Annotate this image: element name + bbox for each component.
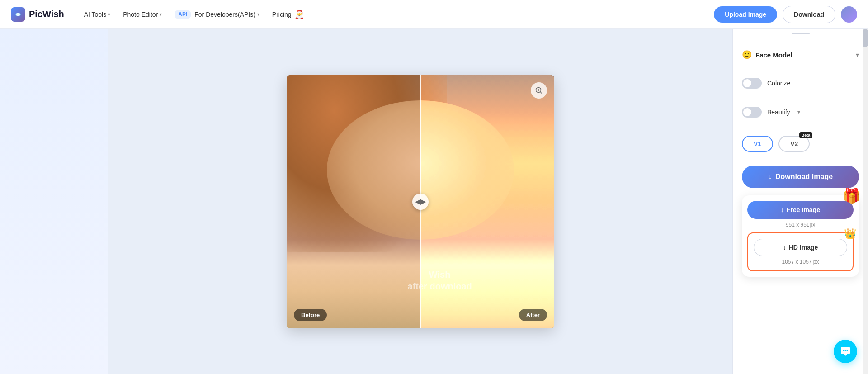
colorize-section: Colorize xyxy=(742,73,859,93)
main-nav: AI Tools ▾ Photo Editor ▾ API For Develo… xyxy=(79,7,310,22)
download-icon: ↓ xyxy=(781,206,784,213)
face-model-label: Face Model xyxy=(755,51,852,59)
nav-item-photo-editor[interactable]: Photo Editor ▾ xyxy=(118,8,167,21)
canvas-area: ◀▶ Before After Wish after download xyxy=(108,29,732,374)
toggle-knob xyxy=(743,79,751,87)
svg-point-6 xyxy=(845,350,846,351)
zoom-button[interactable] xyxy=(531,82,547,99)
chevron-down-icon: ▾ xyxy=(108,12,110,17)
nav-item-developers[interactable]: API For Developers(APIs) ▾ xyxy=(169,8,265,21)
image-comparison: ◀▶ Before After Wish after download xyxy=(287,75,554,328)
logo-icon xyxy=(11,7,25,22)
colorize-row: Colorize xyxy=(742,73,859,93)
crown-icon: 👑 xyxy=(844,228,856,240)
hd-image-button[interactable]: ↓ HD Image xyxy=(754,239,847,256)
chevron-down-icon: ▾ xyxy=(160,12,162,17)
face-model-row[interactable]: 🙂 Face Model ▾ xyxy=(742,45,859,64)
scrollbar-thumb[interactable] xyxy=(863,29,868,47)
avatar[interactable] xyxy=(841,6,857,23)
zoom-icon xyxy=(535,86,543,95)
hd-image-label: HD Image xyxy=(789,244,818,251)
main-layout: ◀▶ Before After Wish after download xyxy=(0,29,868,374)
chevron-down-icon: ▾ xyxy=(856,51,859,58)
logo[interactable]: PicWish xyxy=(11,7,64,22)
download-button[interactable]: Download xyxy=(783,6,835,23)
colorize-label: Colorize xyxy=(767,80,790,87)
download-icon: ↓ xyxy=(783,244,786,251)
xmas-icon: 🎅 xyxy=(294,9,304,19)
svg-point-5 xyxy=(843,350,844,351)
face-model-section: 🙂 Face Model ▾ xyxy=(742,45,859,64)
svg-line-2 xyxy=(541,92,542,94)
header-right: Upload Image Download xyxy=(714,6,857,23)
divider-handle[interactable]: ◀▶ xyxy=(412,194,429,210)
hd-image-size: 1057 x 1057 px xyxy=(754,259,847,265)
beautify-label: Beautify xyxy=(767,109,790,116)
toggle-knob xyxy=(743,108,751,116)
hd-image-box: 👑 ↓ HD Image 1057 x 1057 px xyxy=(747,232,854,271)
download-options: ↓ Free Image 951 x 951px 👑 ↓ HD Image 10… xyxy=(742,195,859,277)
beautify-toggle[interactable] xyxy=(742,107,762,118)
v1-button[interactable]: V1 xyxy=(742,136,773,152)
beta-badge: Beta xyxy=(799,132,813,138)
before-label: Before xyxy=(294,309,327,321)
version-section: V1 V2 Beta xyxy=(742,131,859,156)
nav-item-pricing[interactable]: Pricing 🎅 xyxy=(267,7,310,22)
chevron-down-icon: ▾ xyxy=(257,12,259,17)
download-image-label: Download Image xyxy=(775,173,833,181)
download-image-section: ↓ Download Image ↓ Free Image 951 x 951p… xyxy=(742,166,859,277)
scroll-indicator xyxy=(792,33,810,34)
chat-icon xyxy=(840,346,851,357)
api-badge: API xyxy=(175,10,191,19)
nav-item-ai-tools[interactable]: AI Tools ▾ xyxy=(79,8,116,21)
header-left: PicWish AI Tools ▾ Photo Editor ▾ API Fo… xyxy=(11,7,310,22)
chevron-down-icon: ▾ xyxy=(797,109,800,115)
left-panel xyxy=(0,29,108,374)
free-image-size: 951 x 951px xyxy=(747,222,854,228)
svg-point-0 xyxy=(16,13,20,16)
after-label: After xyxy=(519,309,547,321)
free-image-button[interactable]: ↓ Free Image xyxy=(747,201,854,219)
face-model-icon: 🙂 xyxy=(742,50,752,60)
download-arrow-icon: ↓ xyxy=(768,173,772,181)
header: PicWish AI Tools ▾ Photo Editor ▾ API Fo… xyxy=(0,0,868,29)
upload-image-button[interactable]: Upload Image xyxy=(714,6,777,23)
gift-icon[interactable]: 🎁 xyxy=(843,187,861,204)
v2-button[interactable]: V2 Beta xyxy=(778,136,810,152)
version-row: V1 V2 Beta xyxy=(742,131,859,156)
scrollbar[interactable] xyxy=(863,29,868,374)
beautify-row: Beautify ▾ xyxy=(742,102,859,122)
svg-point-7 xyxy=(847,350,848,351)
logo-text: PicWish xyxy=(29,9,64,19)
beautify-section: Beautify ▾ xyxy=(742,102,859,122)
free-image-label: Free Image xyxy=(787,206,820,213)
download-image-button[interactable]: ↓ Download Image xyxy=(742,166,859,188)
chat-button[interactable] xyxy=(834,340,857,363)
colorize-toggle[interactable] xyxy=(742,78,762,89)
